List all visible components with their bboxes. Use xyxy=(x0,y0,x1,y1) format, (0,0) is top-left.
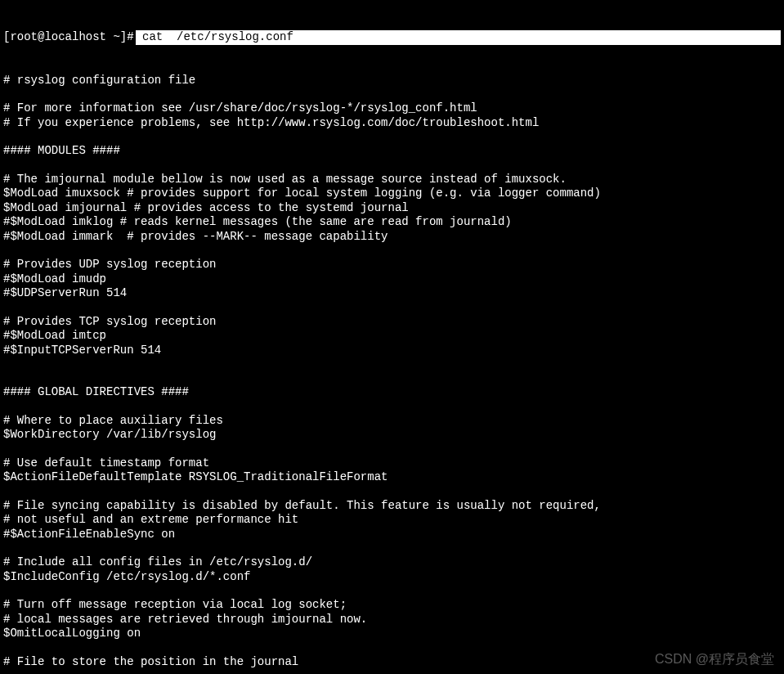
output-line xyxy=(3,357,781,371)
output-line: #$ActionFileEnableSync on xyxy=(3,528,781,542)
output-line: #$ModLoad imtcp xyxy=(3,329,781,344)
shell-prompt: [root@localhost ~]# xyxy=(3,30,136,45)
output-line: #$UDPServerRun 514 xyxy=(3,286,781,301)
output-line: # local messages are retrieved through i… xyxy=(3,613,781,627)
output-line xyxy=(3,485,781,499)
output-line: $OmitLocalLogging on xyxy=(3,627,781,641)
output-line xyxy=(3,88,781,101)
output-line xyxy=(3,301,781,315)
output-line xyxy=(3,130,781,144)
output-line: #### MODULES #### xyxy=(3,144,781,159)
output-line: $ModLoad imjournal # provides access to … xyxy=(3,201,781,216)
output-line: $ActionFileDefaultTemplate RSYSLOG_Tradi… xyxy=(3,470,781,485)
output-line: # rsyslog configuration file xyxy=(3,74,781,88)
output-line: # For more information see /usr/share/do… xyxy=(3,101,781,116)
output-line xyxy=(3,244,781,258)
output-line: # File syncing capability is disabled by… xyxy=(3,499,781,514)
output-line: #$ModLoad imudp xyxy=(3,272,781,287)
output-line: #### GLOBAL DIRECTIVES #### xyxy=(3,385,781,400)
output-line: # File to store the position in the jour… xyxy=(3,655,781,670)
entered-command: cat /etc/rsyslog.conf xyxy=(136,30,781,45)
output-line: $IncludeConfig /etc/rsyslog.d/*.conf xyxy=(3,570,781,585)
output-line: #$ModLoad immark # provides --MARK-- mes… xyxy=(3,230,781,245)
output-line: $WorkDirectory /var/lib/rsyslog xyxy=(3,428,781,443)
output-line: # Provides TCP syslog reception xyxy=(3,315,781,330)
output-line: #$ModLoad imklog # reads kernel messages… xyxy=(3,215,781,230)
output-line: $ModLoad imuxsock # provides support for… xyxy=(3,186,781,201)
file-contents: # rsyslog configuration file# For more i… xyxy=(3,74,781,670)
terminal-output[interactable]: [root@localhost ~]# cat /etc/rsyslog.con… xyxy=(0,0,784,674)
output-line: # Use default timestamp format xyxy=(3,456,781,471)
output-line: # Where to place auxiliary files xyxy=(3,414,781,429)
output-line xyxy=(3,541,781,555)
output-line xyxy=(3,584,781,598)
output-line: # Turn off message reception via local l… xyxy=(3,598,781,613)
output-line xyxy=(3,400,781,414)
output-line: # Include all config files in /etc/rsysl… xyxy=(3,555,781,570)
output-line xyxy=(3,443,781,456)
output-line: # Provides UDP syslog reception xyxy=(3,258,781,272)
output-line: # If you experience problems, see http:/… xyxy=(3,116,781,131)
output-line: # The imjournal module bellow is now use… xyxy=(3,173,781,187)
output-line: #$InputTCPServerRun 514 xyxy=(3,344,781,358)
output-line xyxy=(3,371,781,385)
output-line: # not useful and an extreme performance … xyxy=(3,513,781,528)
output-line xyxy=(3,641,781,655)
output-line xyxy=(3,159,781,173)
command-line: [root@localhost ~]# cat /etc/rsyslog.con… xyxy=(3,30,781,45)
